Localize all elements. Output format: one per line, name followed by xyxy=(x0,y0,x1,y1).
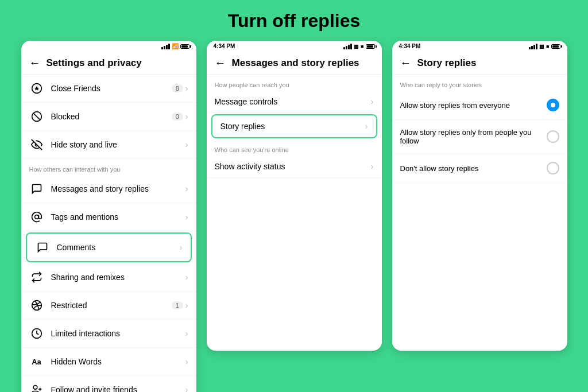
person-plus-icon xyxy=(29,382,44,392)
battery-icon-3 xyxy=(551,44,560,49)
activity-status-right: › xyxy=(371,162,374,171)
battery-icon-2 xyxy=(366,44,375,49)
back-button-1[interactable]: ← xyxy=(29,56,41,69)
section-label-online: Who can see you're online xyxy=(207,139,382,156)
radio-option-none[interactable]: Don't allow story replies xyxy=(392,154,567,183)
phone-1: 📶 ← Settings and privacy Close Friends 8… xyxy=(21,41,196,392)
signal-icon-4 xyxy=(529,44,537,49)
header-title-3: Story replies xyxy=(417,57,477,69)
radio-following-label: Allow story replies only from people you… xyxy=(400,128,547,145)
blocked-label: Blocked xyxy=(51,112,172,121)
screen-2: ← Messages and story replies How people … xyxy=(207,51,382,351)
message-circle-icon xyxy=(29,181,44,196)
at-sign-icon xyxy=(29,209,44,224)
sharing-chevron: › xyxy=(185,273,188,282)
svg-marker-1 xyxy=(34,86,38,91)
status-time-3: 4:34 PM xyxy=(399,43,421,49)
blocked-chevron: › xyxy=(185,112,188,121)
header-title-2: Messages and story replies xyxy=(232,57,359,69)
story-replies-chevron: › xyxy=(365,122,368,131)
list-item-messages[interactable]: Messages and story replies › xyxy=(21,175,196,203)
list-item-message-controls[interactable]: Message controls › xyxy=(207,91,382,113)
screen-1: ← Settings and privacy Close Friends 8 › xyxy=(21,51,196,392)
tags-label: Tags and mentions xyxy=(51,212,185,222)
hidden-words-chevron: › xyxy=(185,357,188,366)
tags-chevron: › xyxy=(185,212,188,222)
list-item-sharing[interactable]: Sharing and remixes › xyxy=(21,263,196,292)
status-bar-2: 4:34 PM ▦ ■ xyxy=(207,41,382,51)
status-time-2: 4:34 PM xyxy=(214,43,235,49)
hide-story-label: Hide story and live xyxy=(51,140,185,149)
wifi-icon: 📶 xyxy=(172,43,179,49)
blocked-badge: 0 xyxy=(172,112,183,121)
list-item-hide-story[interactable]: Hide story and live › xyxy=(21,131,196,159)
list-item-close-friends[interactable]: Close Friends 8 › xyxy=(21,75,196,103)
back-button-3[interactable]: ← xyxy=(400,56,412,69)
blocked-right: 0 › xyxy=(172,112,188,121)
header-3: ← Story replies xyxy=(392,51,567,75)
story-replies-label: Story replies xyxy=(220,122,365,131)
phones-container: 📶 ← Settings and privacy Close Friends 8… xyxy=(11,41,578,392)
list-item-hidden-words[interactable]: Aa Hidden Words › xyxy=(21,348,196,376)
list-item-tags[interactable]: Tags and mentions › xyxy=(21,203,196,231)
follow-label: Follow and invite friends xyxy=(51,385,185,392)
limited-label: Limited interactions xyxy=(51,329,185,338)
signal-icon xyxy=(161,44,170,49)
wifi-icon-3: ▦ xyxy=(539,44,544,49)
svg-point-5 xyxy=(34,215,38,219)
phone-2: 4:34 PM ▦ ■ ← Messages and story replies… xyxy=(207,41,382,351)
radio-circle-following[interactable] xyxy=(547,130,559,143)
radio-option-everyone[interactable]: Allow story replies from everyone xyxy=(392,91,567,120)
hide-story-chevron: › xyxy=(185,140,188,149)
comments-label: Comments xyxy=(57,243,180,252)
list-item-activity-status[interactable]: Show activity status › xyxy=(207,156,382,178)
restricted-chevron: › xyxy=(185,301,188,310)
radio-option-following[interactable]: Allow story replies only from people you… xyxy=(392,120,567,154)
header-title-1: Settings and privacy xyxy=(47,57,142,69)
list-item-restricted[interactable]: Restricted 1 › xyxy=(21,292,196,320)
section-label-interact: How others can interact with you xyxy=(21,159,196,175)
page-title: Turn off replies xyxy=(228,10,361,32)
comments-highlight-border: Comments › xyxy=(26,232,192,262)
close-friends-right: 8 › xyxy=(172,84,188,93)
screen-3: ← Story replies Who can reply to your st… xyxy=(392,51,567,351)
radio-circle-none[interactable] xyxy=(547,162,559,174)
limited-right: › xyxy=(185,329,188,338)
list-item-comments[interactable]: Comments › xyxy=(27,234,191,261)
blocked-icon xyxy=(29,109,44,124)
section-label-who-reply: Who can reply to your stories xyxy=(392,75,567,91)
follow-chevron: › xyxy=(185,385,188,392)
clock-icon xyxy=(29,326,44,341)
activity-status-chevron: › xyxy=(371,162,374,171)
tags-right: › xyxy=(185,212,188,222)
message-controls-chevron: › xyxy=(371,97,374,106)
status-icons-2: ▦ ■ xyxy=(343,44,374,49)
phone-3: 4:34 PM ▦ ■ ← Story replies Who can repl… xyxy=(392,41,567,351)
radio-circle-everyone[interactable] xyxy=(547,99,559,111)
messages-label: Messages and story replies xyxy=(51,184,185,193)
restricted-badge: 1 xyxy=(172,301,183,309)
hide-story-right: › xyxy=(185,140,188,149)
radio-none-label: Don't allow story replies xyxy=(400,164,547,173)
share-icon xyxy=(29,270,44,285)
message-controls-right: › xyxy=(371,97,374,106)
back-button-2[interactable]: ← xyxy=(215,56,226,69)
battery-icon xyxy=(180,44,189,49)
comments-right: › xyxy=(180,243,183,252)
svg-line-3 xyxy=(33,113,40,120)
messages-chevron: › xyxy=(185,184,188,193)
sharing-label: Sharing and remixes xyxy=(51,273,185,282)
signal-icon-5: ■ xyxy=(546,44,549,49)
message-controls-label: Message controls xyxy=(215,97,371,106)
signal-icon-3: ■ xyxy=(361,44,363,49)
text-icon: Aa xyxy=(29,354,44,369)
close-friends-badge: 8 xyxy=(172,84,183,92)
list-item-limited[interactable]: Limited interactions › xyxy=(21,320,196,348)
signal-icon-2 xyxy=(343,44,352,49)
section-label-reach: How people can reach you xyxy=(207,75,382,91)
list-item-story-replies[interactable]: Story replies › xyxy=(212,115,376,137)
list-item-follow[interactable]: Follow and invite friends › xyxy=(21,376,196,392)
comment-icon xyxy=(35,240,50,255)
list-item-blocked[interactable]: Blocked 0 › xyxy=(21,103,196,131)
status-bar-3: 4:34 PM ▦ ■ xyxy=(392,41,567,51)
